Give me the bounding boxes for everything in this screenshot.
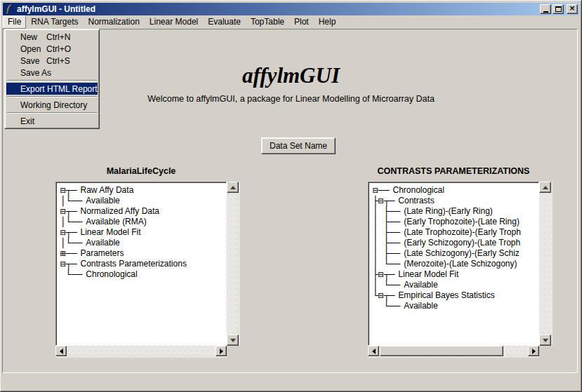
menu-item[interactable] [7,112,97,114]
menu-bar: File RNA Targets Normalization Linear Mo… [2,15,580,29]
tree-node-label[interactable]: Parameters [77,248,124,259]
tree-node[interactable]: ├⊟┬─ Linear Model Fit [373,269,538,280]
scrollbar-thumb[interactable] [380,346,503,356]
tree-node-label[interactable]: Linear Model Fit [77,227,140,238]
tree-node[interactable]: │ ├── (Late Schizogony)-(Early Schiz [373,248,538,259]
tree-node[interactable]: │└── Available [60,238,226,248]
tree-node-label[interactable]: Contrasts Parameterizations [77,259,186,269]
file-menu-dropdown: NewCtrl+N OpenCtrl+O SaveCtrl+S Save As … [4,29,100,129]
tree-node[interactable]: │ ├── (Early Trophozoite)-(Late Ring) [373,217,538,227]
tree-node-label[interactable]: (Late Schizogony)-(Early Schiz [400,248,520,259]
maximize-icon [555,6,562,12]
tree-node-label[interactable]: Chronological [389,185,444,196]
menubar-item[interactable]: Linear Model [145,15,203,29]
tree-node[interactable]: ⊟┬─ Linear Model Fit [60,227,226,238]
tree-node-label[interactable]: (Early Schizogony)-(Late Troph [400,238,520,248]
tree-lines: ⊟┬─ [60,227,77,238]
tree-lines: └⊟┬─ [373,290,395,301]
tree-lines: │└── [60,238,82,248]
scroll-left-button[interactable] [368,346,379,356]
menu-item[interactable]: SaveCtrl+S [6,55,98,67]
left-vertical-scrollbar[interactable] [227,182,240,346]
tree-lines: ├⊟┬─ [373,196,395,206]
tree-node-label[interactable]: Available [82,238,119,248]
tree-node[interactable]: │ ├── (Late Trophozoite)-(Early Troph [373,227,538,238]
tree-node[interactable]: ├⊟┬─ Contrasts [373,196,538,206]
menubar-item[interactable]: TopTable [246,15,289,29]
menu-item[interactable]: NewCtrl+N [6,31,98,43]
tree-node-label[interactable]: Available [400,301,437,311]
close-button[interactable]: × [567,4,578,14]
data-set-name-button[interactable]: Data Set Name [261,137,336,154]
left-horizontal-scrollbar[interactable] [55,346,227,358]
menubar-item[interactable]: RNA Targets [26,15,83,29]
right-vertical-scrollbar[interactable] [539,182,553,346]
scroll-right-button[interactable] [528,346,539,356]
tree-node[interactable]: │ └── Available [373,280,538,290]
tree-lines: ⊟┬─ [60,259,77,269]
tree-lines: ├⊟┬─ [373,269,395,280]
tree-node-label[interactable]: Available [82,196,119,206]
title-bar[interactable]: affylmGUI - Untitled × [3,3,579,15]
tree-node-label[interactable]: Normalized Affy Data [77,206,159,217]
scroll-left-button[interactable] [55,346,67,356]
minimize-icon [543,8,548,13]
scroll-down-button[interactable] [227,334,239,346]
tree-node-label[interactable]: (Late Ring)-(Early Ring) [400,206,493,217]
tree-lines: └── [373,301,400,311]
tree-node-label[interactable]: (Late Trophozoite)-(Early Troph [400,227,521,238]
scroll-right-button[interactable] [216,346,227,356]
tree-node-label[interactable]: Raw Affy Data [77,185,133,196]
right-horizontal-scrollbar[interactable] [368,346,539,358]
menubar-item[interactable]: Normalization [84,15,145,29]
tree-node[interactable]: │└── Available (RMA) [60,217,226,227]
tree-node-label[interactable]: Available (RMA) [82,217,146,227]
tree-node[interactable]: └── Chronological [60,269,226,280]
menu-item[interactable]: Working Directory [6,99,98,111]
tree-node[interactable]: └⊟┬─ Empirical Bayes Statistics [373,290,538,301]
tree-node[interactable]: ⊞── Parameters [60,248,226,259]
tree-lines: │ └── [373,280,400,290]
maximize-button[interactable] [553,4,564,14]
tree-node[interactable]: ⊟┬─ Contrasts Parameterizations [60,259,226,269]
arrow-right-icon [532,349,536,354]
tree-lines: │ ├── [373,206,400,217]
tree-lines: │ ├── [373,227,400,238]
scroll-up-button[interactable] [227,182,239,193]
menu-item[interactable]: OpenCtrl+O [6,43,98,55]
tree-node-label[interactable]: Chronological [82,269,137,280]
menu-item[interactable]: Export HTML Report [6,83,98,95]
app-feather-icon [4,4,14,14]
tree-node[interactable]: ⊟┬─ Normalized Affy Data [60,206,226,217]
menubar-item[interactable]: Plot [289,15,314,29]
tree-node-label[interactable]: Contrasts [395,196,434,206]
menu-item[interactable] [7,80,97,81]
tree-node[interactable]: │ ├── (Late Ring)-(Early Ring) [373,206,538,217]
menubar-item[interactable]: File [3,15,26,29]
tree-lines: ⊟┬─ [60,206,77,217]
tree-node[interactable]: │ └── (Merozoite)-(Late Schizogony) [373,259,538,269]
minimize-button[interactable] [540,4,551,14]
menu-item[interactable]: Save As [6,67,98,79]
arrow-down-icon [543,339,548,342]
tree-node-label[interactable]: Linear Model Fit [395,269,458,280]
window-title: affylmGUI - Untitled [17,4,95,14]
tree-node-label[interactable]: Available [400,280,437,290]
menu-item[interactable]: Exit [6,115,98,127]
tree-lines: │ └── [373,259,400,269]
tree-node-label[interactable]: (Early Trophozoite)-(Late Ring) [400,217,520,227]
arrow-left-icon [372,349,376,354]
tree-node[interactable]: │ ├── (Early Schizogony)-(Late Troph [373,238,538,248]
scroll-down-button[interactable] [539,334,551,346]
tree-node[interactable]: │└── Available [60,196,226,206]
scroll-up-button[interactable] [539,182,551,193]
tree-node[interactable]: └── Available [373,301,538,311]
menubar-item[interactable]: Evaluate [203,15,246,29]
menubar-item[interactable]: Help [314,15,341,29]
menu-item[interactable] [7,96,97,97]
tree-node[interactable]: ⊟── Chronological [373,185,538,196]
tree-node-label[interactable]: Empirical Bayes Statistics [395,290,494,301]
arrow-right-icon [220,349,223,354]
tree-node-label[interactable]: (Merozoite)-(Late Schizogony) [400,259,517,269]
tree-node[interactable]: ⊟┬─ Raw Affy Data [60,185,226,196]
